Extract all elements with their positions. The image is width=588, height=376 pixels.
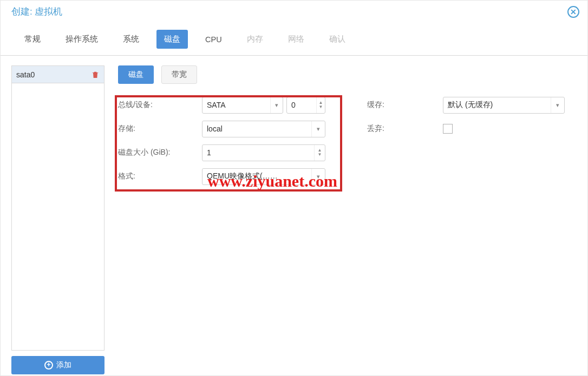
disk-sidebar: sata0 添加 [11, 65, 104, 374]
row-storage: 存储: ▾ [118, 120, 340, 138]
label-storage: 存储: [118, 124, 202, 134]
disk-size-field[interactable]: ▲▼ [202, 144, 325, 161]
tab-general[interactable]: 常规 [17, 30, 48, 49]
tab-disks[interactable]: 磁盘 [156, 30, 188, 49]
storage-input[interactable] [202, 121, 311, 137]
bus-select[interactable]: ▾ [202, 97, 283, 114]
discard-checkbox[interactable] [443, 124, 453, 134]
row-cache: 缓存: ▾ [367, 96, 565, 114]
add-disk-button[interactable]: 添加 [11, 356, 104, 374]
tab-memory: 内存 [239, 30, 271, 49]
row-format: 格式: ▾ [118, 167, 340, 186]
device-input[interactable] [287, 97, 316, 113]
format-select[interactable]: ▾ [202, 168, 325, 185]
disk-size-input[interactable] [202, 145, 314, 161]
titlebar: 创建: 虚拟机 [1, 1, 587, 22]
wizard-tabs: 常规 操作系统 系统 磁盘 CPU 内存 网络 确认 [1, 22, 587, 55]
disk-list: sata0 [11, 65, 104, 351]
spinner-controls[interactable]: ▲▼ [314, 145, 325, 161]
svg-rect-1 [95, 74, 96, 76]
row-bus-device: 总线/设备: ▾ ▲▼ [118, 96, 340, 114]
close-icon[interactable] [567, 6, 579, 18]
format-input[interactable] [202, 169, 311, 184]
label-bus-device: 总线/设备: [118, 100, 202, 110]
tab-system[interactable]: 系统 [115, 30, 147, 49]
dialog-window: 创建: 虚拟机 常规 操作系统 系统 磁盘 CPU 内存 网络 确认 sata0… [0, 0, 588, 376]
subtab-bandwidth[interactable]: 带宽 [161, 65, 197, 84]
label-discard: 丢弃: [367, 124, 443, 134]
label-format: 格式: [118, 171, 202, 181]
label-disk-size: 磁盘大小 (GiB): [118, 148, 202, 157]
disk-subtabs: 磁盘 带宽 [118, 65, 577, 84]
disk-item-sata0[interactable]: sata0 [12, 66, 104, 83]
cache-select[interactable]: ▾ [443, 97, 565, 114]
chevron-down-icon[interactable]: ▾ [311, 121, 325, 137]
tab-os[interactable]: 操作系统 [58, 30, 106, 49]
form-right-column: 缓存: ▾ 丢弃: [367, 96, 565, 186]
row-disk-size: 磁盘大小 (GiB): ▲▼ [118, 143, 340, 162]
disk-form-panel: 磁盘 带宽 总线/设备: ▾ ▲▼ [118, 65, 577, 374]
svg-rect-2 [96, 74, 96, 76]
chevron-down-icon[interactable]: ▾ [311, 169, 325, 184]
spinner-controls[interactable]: ▲▼ [316, 97, 325, 113]
storage-select[interactable]: ▾ [202, 121, 325, 137]
chevron-down-icon[interactable]: ▾ [270, 97, 283, 113]
disk-item-label: sata0 [16, 70, 91, 79]
label-cache: 缓存: [367, 100, 443, 110]
trash-icon[interactable] [91, 70, 100, 79]
form-left-column: 总线/设备: ▾ ▲▼ 存 [118, 96, 340, 186]
svg-rect-0 [94, 74, 95, 76]
chevron-down-icon[interactable]: ▾ [551, 97, 564, 113]
row-discard: 丢弃: [367, 120, 565, 138]
content-area: sata0 添加 磁盘 带宽 总线/设备: [1, 55, 587, 374]
plus-icon [44, 361, 53, 370]
subtab-disk[interactable]: 磁盘 [118, 65, 154, 84]
form-columns: 总线/设备: ▾ ▲▼ 存 [118, 96, 577, 186]
tab-confirm: 确认 [322, 30, 353, 49]
tab-network: 网络 [280, 30, 312, 49]
tab-cpu[interactable]: CPU [198, 31, 230, 48]
add-button-label: 添加 [56, 360, 71, 370]
device-number-field[interactable]: ▲▼ [286, 97, 325, 114]
cache-input[interactable] [443, 97, 551, 113]
bus-input[interactable] [202, 97, 270, 113]
dialog-title: 创建: 虚拟机 [11, 5, 62, 18]
